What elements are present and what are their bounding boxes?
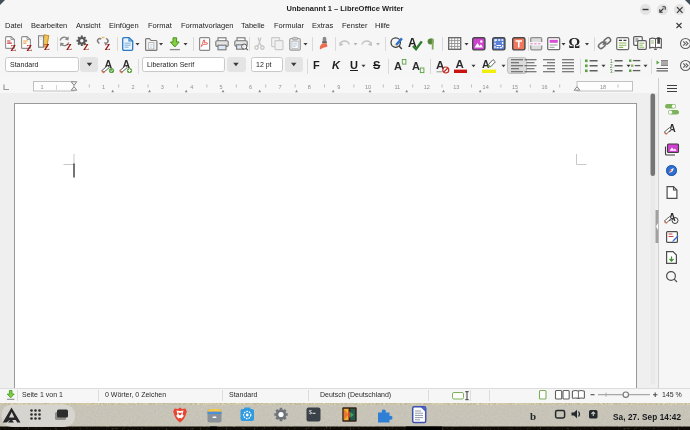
svg-text:5: 5: [220, 84, 223, 90]
svg-text:14: 14: [483, 84, 489, 90]
svg-text:11: 11: [394, 84, 400, 90]
svg-text:18: 18: [600, 84, 606, 90]
svg-text:2: 2: [131, 84, 134, 90]
svg-text:A: A: [412, 60, 420, 72]
svg-text:1: 1: [102, 84, 105, 90]
svg-text:|: |: [56, 84, 57, 90]
svg-text:b: b: [530, 410, 536, 422]
svg-text:1: 1: [41, 84, 44, 90]
svg-text:8: 8: [308, 84, 311, 90]
svg-text:A: A: [394, 60, 402, 72]
svg-text:16: 16: [541, 84, 547, 90]
svg-text:4: 4: [190, 84, 193, 90]
svg-text:10: 10: [365, 84, 371, 90]
svg-text:15: 15: [512, 84, 518, 90]
svg-text:A: A: [456, 58, 464, 70]
svg-text:$: $: [309, 409, 313, 416]
svg-text:6: 6: [249, 84, 252, 90]
svg-text:12: 12: [424, 84, 430, 90]
svg-text:Ω: Ω: [569, 35, 581, 51]
svg-text:3: 3: [161, 84, 164, 90]
svg-text:7: 7: [278, 84, 281, 90]
svg-text:Sa, 27. Sep 14:42: Sa, 27. Sep 14:42: [613, 413, 681, 422]
svg-text:13: 13: [453, 84, 459, 90]
svg-text:9: 9: [337, 84, 340, 90]
svg-text:3.: 3.: [610, 69, 614, 74]
